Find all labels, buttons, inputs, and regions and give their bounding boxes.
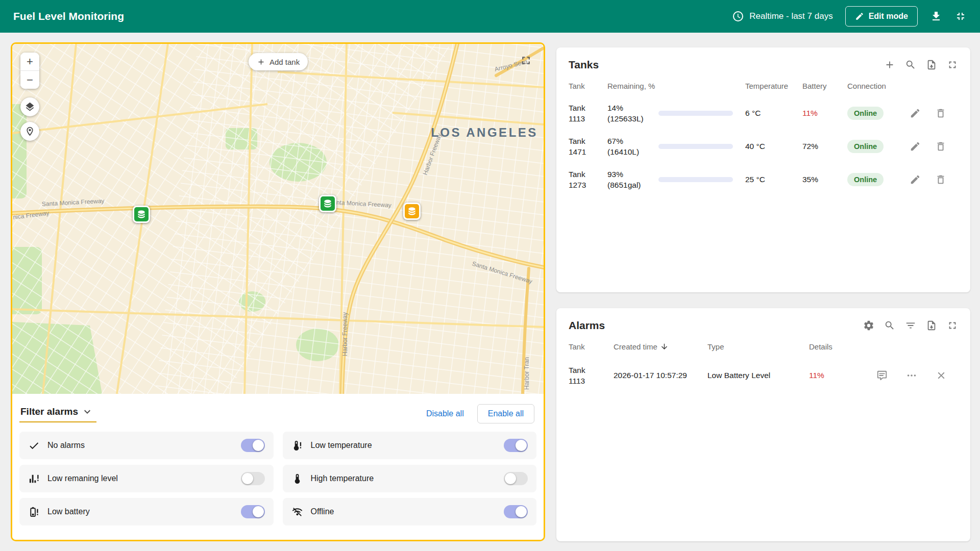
col-tank: Tank bbox=[569, 342, 614, 351]
tank-temperature: 25 °C bbox=[745, 175, 802, 184]
tank-row-1113[interactable]: Tank 1113 14% (125633L) 6 °C 11% Online bbox=[556, 96, 970, 130]
filter-row-low-remaining: Low remaning level bbox=[19, 465, 274, 492]
edit-mode-button[interactable]: Edit mode bbox=[845, 6, 918, 27]
tank-remaining: 93% (8651gal) bbox=[607, 169, 654, 190]
edit-icon[interactable] bbox=[910, 141, 921, 152]
col-battery: Battery bbox=[802, 82, 847, 90]
page-title: Fuel Level Monitoring bbox=[13, 10, 124, 22]
time-range-label: Realtime - last 7 days bbox=[749, 11, 832, 21]
filter-row-high-temperature: High temperature bbox=[283, 465, 537, 492]
tank-remaining: 14% (125633L) bbox=[607, 103, 654, 124]
filter-row-low-battery: Low battery bbox=[19, 498, 274, 525]
filter-label: High temperature bbox=[311, 474, 374, 483]
filter-icon[interactable] bbox=[905, 320, 916, 331]
disable-all-button[interactable]: Disable all bbox=[426, 409, 464, 418]
tank-row-1273[interactable]: Tank 1273 93% (8651gal) 25 °C 35% Online bbox=[556, 163, 970, 196]
filter-alarms-title: Filter alarms bbox=[20, 406, 78, 417]
zoom-in-button[interactable]: + bbox=[20, 53, 39, 70]
col-temperature: Temperature bbox=[745, 82, 802, 90]
alarm-tank: Tank 1113 bbox=[569, 365, 596, 386]
edit-mode-label: Edit mode bbox=[869, 12, 908, 21]
col-type: Type bbox=[707, 342, 809, 351]
tank-marker-orange-1[interactable] bbox=[403, 203, 421, 220]
tank-remaining: 67% (16410L) bbox=[607, 136, 654, 157]
city-label: LOS ANGELES bbox=[431, 126, 538, 139]
timewindow-button[interactable]: Realtime - last 7 days bbox=[732, 10, 832, 22]
connection-status-badge: Online bbox=[847, 107, 884, 120]
col-details: Details bbox=[809, 342, 865, 351]
col-created-time[interactable]: Created time bbox=[614, 342, 707, 351]
map-widget: Santa Monica Freeway Santa Monica Freewa… bbox=[11, 42, 545, 541]
plus-icon bbox=[257, 58, 265, 66]
fuel-tank-icon bbox=[407, 206, 417, 216]
filter-row-no-alarms: No alarms bbox=[19, 432, 274, 459]
delete-icon[interactable] bbox=[935, 141, 946, 152]
map-fullscreen-button[interactable] bbox=[520, 54, 532, 67]
more-options-icon[interactable] bbox=[906, 370, 917, 381]
offline-icon bbox=[291, 506, 303, 518]
fuel-tank-icon bbox=[136, 209, 146, 219]
alarm-row-tank-1113[interactable]: Tank 1113 2026-01-17 10:57:29 Low Batter… bbox=[556, 357, 970, 394]
level-chart-icon bbox=[28, 473, 40, 485]
fullscreen-icon[interactable] bbox=[947, 59, 958, 70]
edit-icon[interactable] bbox=[910, 108, 921, 119]
alarm-created-time: 2026-01-17 10:57:29 bbox=[614, 371, 707, 380]
tank-battery: 35% bbox=[802, 175, 847, 184]
export-icon[interactable] bbox=[926, 59, 937, 70]
settings-gear-icon[interactable] bbox=[863, 320, 874, 331]
no-alarms-toggle[interactable] bbox=[241, 439, 265, 452]
search-icon[interactable] bbox=[884, 320, 895, 331]
map-canvas[interactable]: Santa Monica Freeway Santa Monica Freewa… bbox=[12, 44, 544, 394]
low-remaining-level-toggle[interactable] bbox=[241, 472, 265, 485]
sort-desc-icon bbox=[660, 342, 669, 351]
close-icon[interactable] bbox=[936, 370, 947, 381]
col-remaining: Remaining, % bbox=[607, 82, 745, 90]
offline-toggle[interactable] bbox=[504, 505, 528, 518]
delete-icon[interactable] bbox=[935, 174, 946, 185]
col-tank: Tank bbox=[569, 82, 607, 90]
filter-toggle-list: No alarms Low temperature Low remaning l… bbox=[19, 432, 536, 525]
comment-icon[interactable] bbox=[876, 370, 888, 381]
filter-label: No alarms bbox=[47, 441, 85, 450]
add-icon[interactable] bbox=[884, 59, 895, 70]
check-icon bbox=[28, 440, 40, 452]
remaining-progress-bar bbox=[658, 144, 733, 149]
edit-icon[interactable] bbox=[910, 174, 921, 185]
alarms-title: Alarms bbox=[569, 319, 863, 332]
add-tank-label: Add tank bbox=[270, 58, 300, 66]
filter-alarms-section: Filter alarms Disable all Enable all No … bbox=[12, 394, 544, 540]
layers-button[interactable] bbox=[20, 97, 39, 116]
alarms-widget: Alarms Tank Created time Type Details Ta… bbox=[556, 308, 970, 541]
fullscreen-exit-icon[interactable] bbox=[954, 10, 967, 22]
tank-name: Tank 1273 bbox=[569, 169, 596, 190]
add-tank-button[interactable]: Add tank bbox=[249, 53, 308, 70]
location-button[interactable] bbox=[20, 122, 39, 141]
high-temperature-toggle[interactable] bbox=[504, 472, 528, 485]
filter-alarms-dropdown[interactable]: Filter alarms bbox=[19, 406, 96, 422]
tank-marker-green-1[interactable] bbox=[133, 206, 150, 223]
connection-status-badge: Online bbox=[847, 140, 884, 153]
enable-all-button[interactable]: Enable all bbox=[477, 404, 534, 423]
remaining-progress-bar bbox=[658, 177, 733, 182]
layers-icon bbox=[24, 102, 35, 112]
zoom-control: + − bbox=[20, 53, 39, 89]
thermometer-low-icon bbox=[291, 440, 303, 452]
tanks-widget: Tanks Tank Remaining, % Temperature Batt… bbox=[556, 47, 970, 292]
filter-label: Low temperature bbox=[311, 441, 372, 450]
download-icon[interactable] bbox=[930, 10, 942, 22]
export-icon[interactable] bbox=[926, 320, 937, 331]
filter-label: Low battery bbox=[47, 507, 90, 516]
connection-status-badge: Online bbox=[847, 173, 884, 186]
filter-label: Low remaning level bbox=[47, 474, 118, 483]
delete-icon[interactable] bbox=[935, 108, 946, 119]
search-icon[interactable] bbox=[905, 59, 916, 70]
filter-row-offline: Offline bbox=[283, 498, 537, 525]
tank-marker-green-2[interactable] bbox=[319, 195, 336, 212]
tank-temperature: 6 °C bbox=[745, 109, 802, 118]
fullscreen-icon[interactable] bbox=[947, 320, 958, 331]
low-battery-toggle[interactable] bbox=[241, 505, 265, 518]
tank-name: Tank 1113 bbox=[569, 103, 596, 124]
zoom-out-button[interactable]: − bbox=[20, 71, 39, 89]
low-temperature-toggle[interactable] bbox=[504, 439, 528, 452]
tank-row-1471[interactable]: Tank 1471 67% (16410L) 40 °C 72% Online bbox=[556, 130, 970, 163]
